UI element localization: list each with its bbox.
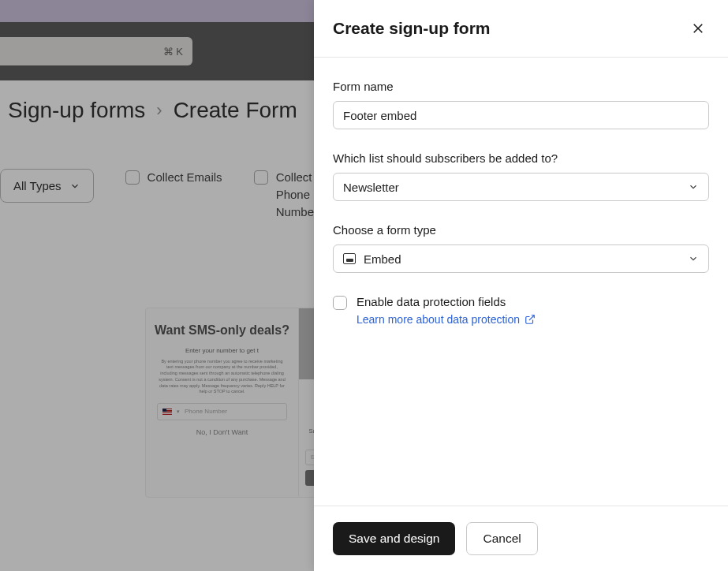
close-button[interactable]	[687, 17, 709, 39]
drawer-footer: Save and design Cancel	[314, 506, 728, 571]
save-and-design-button[interactable]: Save and design	[333, 522, 455, 555]
list-select-label: Which list should subscribers be added t…	[333, 151, 709, 165]
data-protection-label: Enable data protection fields	[357, 295, 536, 308]
form-name-group: Form name	[333, 80, 709, 129]
drawer-header: Create sign-up form	[314, 0, 728, 58]
chevron-down-icon	[688, 253, 699, 264]
list-select[interactable]: Newsletter	[333, 173, 709, 201]
drawer-body: Form name Which list should subscribers …	[314, 58, 728, 506]
form-name-label: Form name	[333, 80, 709, 93]
embed-icon	[343, 253, 356, 264]
form-type-selected-value: Embed	[364, 252, 401, 266]
list-selected-value: Newsletter	[343, 181, 399, 194]
drawer-title: Create sign-up form	[333, 19, 491, 38]
svg-line-2	[529, 315, 534, 320]
data-protection-checkbox[interactable]	[333, 296, 347, 310]
data-protection-group: Enable data protection fields Learn more…	[333, 295, 709, 326]
learn-more-link[interactable]: Learn more about data protection	[357, 313, 536, 326]
learn-more-text: Learn more about data protection	[357, 313, 520, 326]
close-icon	[691, 21, 705, 35]
form-type-select[interactable]: Embed	[333, 244, 709, 273]
chevron-down-icon	[688, 181, 699, 192]
list-select-group: Which list should subscribers be added t…	[333, 151, 709, 201]
external-link-icon	[525, 314, 536, 325]
form-type-label: Choose a form type	[333, 223, 709, 237]
cancel-button[interactable]: Cancel	[466, 522, 537, 555]
create-form-drawer: Create sign-up form Form name Which list…	[314, 0, 728, 571]
form-type-group: Choose a form type Embed	[333, 223, 709, 273]
form-name-input[interactable]	[333, 101, 709, 129]
